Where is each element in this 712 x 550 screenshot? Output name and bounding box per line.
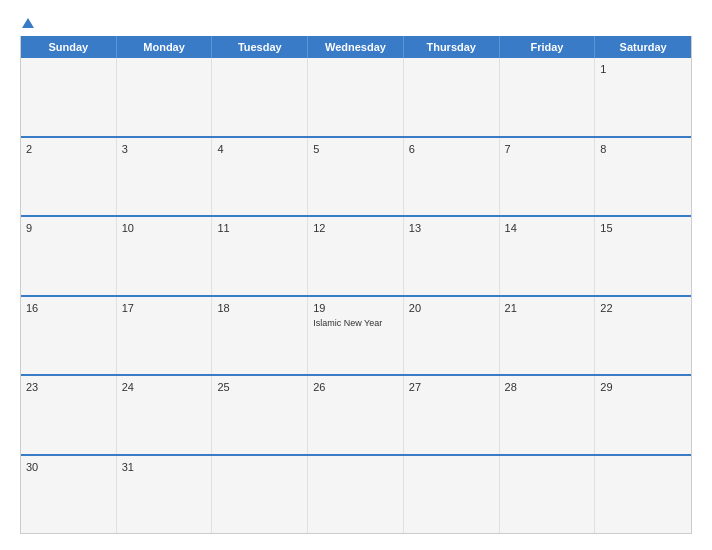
day-cell: 5	[308, 138, 404, 215]
calendar-grid: SundayMondayTuesdayWednesdayThursdayFrid…	[20, 36, 692, 534]
day-cell: 3	[117, 138, 213, 215]
day-number: 22	[600, 301, 686, 316]
day-event: Islamic New Year	[313, 318, 398, 330]
day-number: 20	[409, 301, 494, 316]
weeks-container: 12345678910111213141516171819Islamic New…	[21, 58, 691, 533]
day-cell: 31	[117, 456, 213, 533]
day-cell: 19Islamic New Year	[308, 297, 404, 374]
day-cell: 14	[500, 217, 596, 294]
day-cell: 13	[404, 217, 500, 294]
day-cell: 12	[308, 217, 404, 294]
day-cell: 30	[21, 456, 117, 533]
day-cell	[308, 58, 404, 135]
day-header-monday: Monday	[117, 36, 213, 58]
day-cell	[117, 58, 213, 135]
header	[20, 16, 692, 30]
day-number: 1	[600, 62, 686, 77]
day-number: 3	[122, 142, 207, 157]
day-number: 25	[217, 380, 302, 395]
day-number: 9	[26, 221, 111, 236]
day-number: 21	[505, 301, 590, 316]
logo	[20, 16, 34, 30]
day-number: 19	[313, 301, 398, 316]
day-cell: 27	[404, 376, 500, 453]
week-row-1: 1	[21, 58, 691, 135]
day-number: 30	[26, 460, 111, 475]
day-number: 7	[505, 142, 590, 157]
day-number: 6	[409, 142, 494, 157]
day-cell: 29	[595, 376, 691, 453]
week-row-6: 3031	[21, 454, 691, 533]
day-cell	[212, 58, 308, 135]
logo-blue-text	[20, 16, 34, 30]
day-number: 16	[26, 301, 111, 316]
day-cell: 7	[500, 138, 596, 215]
day-headers-row: SundayMondayTuesdayWednesdayThursdayFrid…	[21, 36, 691, 58]
day-cell: 8	[595, 138, 691, 215]
day-number: 4	[217, 142, 302, 157]
day-cell: 10	[117, 217, 213, 294]
day-number: 17	[122, 301, 207, 316]
day-cell	[500, 456, 596, 533]
day-header-friday: Friday	[500, 36, 596, 58]
day-header-saturday: Saturday	[595, 36, 691, 58]
day-cell: 4	[212, 138, 308, 215]
day-cell	[404, 456, 500, 533]
day-cell: 6	[404, 138, 500, 215]
day-number: 2	[26, 142, 111, 157]
day-number: 13	[409, 221, 494, 236]
day-cell: 2	[21, 138, 117, 215]
week-row-3: 9101112131415	[21, 215, 691, 294]
day-cell: 25	[212, 376, 308, 453]
day-header-thursday: Thursday	[404, 36, 500, 58]
day-number: 15	[600, 221, 686, 236]
day-cell: 11	[212, 217, 308, 294]
calendar-page: SundayMondayTuesdayWednesdayThursdayFrid…	[0, 0, 712, 550]
day-header-sunday: Sunday	[21, 36, 117, 58]
week-row-5: 23242526272829	[21, 374, 691, 453]
day-cell	[308, 456, 404, 533]
day-cell: 21	[500, 297, 596, 374]
day-cell: 28	[500, 376, 596, 453]
week-row-4: 16171819Islamic New Year202122	[21, 295, 691, 374]
day-number: 31	[122, 460, 207, 475]
day-cell: 26	[308, 376, 404, 453]
day-number: 26	[313, 380, 398, 395]
day-cell	[595, 456, 691, 533]
day-cell: 18	[212, 297, 308, 374]
day-cell: 20	[404, 297, 500, 374]
week-row-2: 2345678	[21, 136, 691, 215]
day-number: 24	[122, 380, 207, 395]
day-cell	[500, 58, 596, 135]
day-cell: 1	[595, 58, 691, 135]
day-number: 10	[122, 221, 207, 236]
day-cell: 16	[21, 297, 117, 374]
day-cell: 22	[595, 297, 691, 374]
day-cell	[212, 456, 308, 533]
day-cell: 15	[595, 217, 691, 294]
day-cell: 9	[21, 217, 117, 294]
day-cell: 17	[117, 297, 213, 374]
day-number: 8	[600, 142, 686, 157]
day-number: 18	[217, 301, 302, 316]
day-number: 5	[313, 142, 398, 157]
day-cell: 23	[21, 376, 117, 453]
day-number: 11	[217, 221, 302, 236]
day-number: 12	[313, 221, 398, 236]
day-cell: 24	[117, 376, 213, 453]
day-number: 23	[26, 380, 111, 395]
day-number: 27	[409, 380, 494, 395]
day-cell	[21, 58, 117, 135]
day-number: 28	[505, 380, 590, 395]
day-cell	[404, 58, 500, 135]
day-header-wednesday: Wednesday	[308, 36, 404, 58]
day-header-tuesday: Tuesday	[212, 36, 308, 58]
logo-triangle-icon	[22, 18, 34, 28]
day-number: 29	[600, 380, 686, 395]
day-number: 14	[505, 221, 590, 236]
